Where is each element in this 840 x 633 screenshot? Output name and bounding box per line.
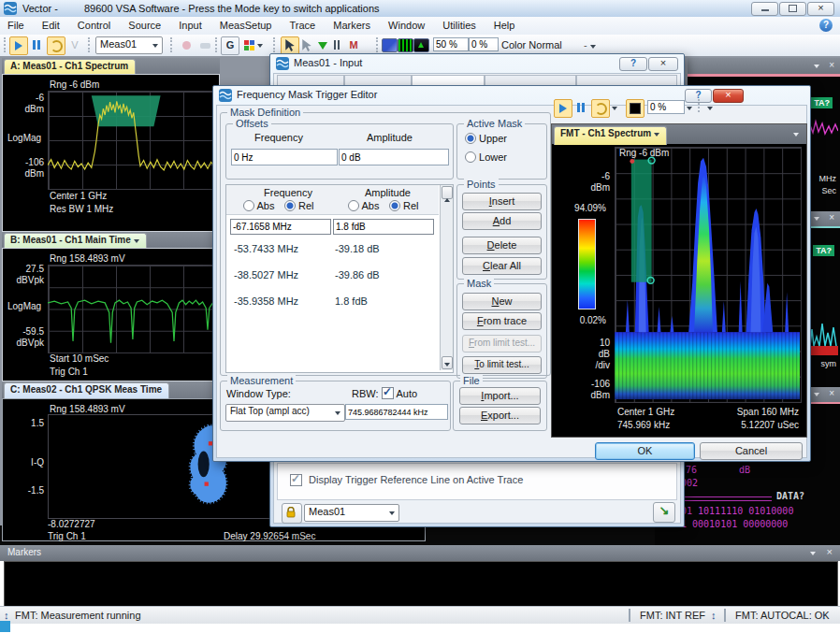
updown-arrows-icon[interactable]: ↕ [711, 610, 717, 621]
lock-button[interactable] [282, 503, 302, 524]
minimize-button[interactable] [751, 2, 778, 16]
chevron-down-icon[interactable] [707, 107, 713, 110]
menu-edit[interactable]: Edit [35, 17, 67, 31]
chevron-down-icon[interactable] [793, 133, 799, 137]
fmt-progress-field[interactable] [647, 100, 685, 114]
apply-arrow-button[interactable]: ↘ [653, 502, 675, 523]
cancel-button[interactable]: Cancel [700, 442, 803, 460]
transparency-field[interactable] [433, 37, 469, 51]
menu-help[interactable]: Help [486, 17, 523, 31]
amp-abs-radio[interactable]: Abs [348, 200, 379, 211]
playback-button[interactable] [196, 36, 215, 55]
table-scrollbar[interactable] [440, 185, 453, 370]
export-button[interactable]: Export... [459, 407, 541, 424]
window-type-select[interactable]: Flat Top (ampl acc) [225, 404, 345, 422]
menu-utilities[interactable]: Utilities [435, 17, 483, 31]
menu-control[interactable]: Control [70, 17, 118, 31]
display-style-icon-1[interactable] [382, 38, 398, 52]
chevron-down-icon[interactable] [814, 217, 819, 221]
measurement-select[interactable]: Meas01 [95, 36, 163, 54]
restore-button[interactable] [779, 2, 806, 16]
grid-layout-button[interactable]: G [221, 36, 239, 55]
help-icon[interactable]: ? [819, 19, 833, 32]
display-style-icon-2[interactable] [398, 38, 413, 52]
new-mask-button[interactable]: New [462, 293, 542, 310]
freq-rel-radio[interactable]: Rel [284, 200, 314, 211]
trace-colors-button[interactable] [241, 36, 266, 55]
y-axis-unit: dBVpk [10, 338, 44, 348]
status-autocal[interactable]: FMT: AUTOCAL: OK [735, 610, 830, 621]
menu-markers[interactable]: Markers [326, 17, 378, 31]
upper-radio[interactable]: Upper [465, 133, 507, 144]
updown-arrows-icon[interactable]: ↕ [4, 610, 9, 621]
scroll-up-button[interactable] [442, 186, 453, 199]
to-limit-test-button[interactable]: To limit test... [462, 356, 542, 374]
fmt-play-button[interactable] [554, 99, 572, 118]
menu-trace[interactable]: Trace [282, 17, 324, 31]
menu-window[interactable]: Window [381, 17, 432, 31]
meas-select-value: Meas01 [309, 506, 345, 517]
offset-frequency-field[interactable] [231, 149, 338, 165]
delete-button[interactable]: Delete [462, 237, 542, 254]
tab-meas01-spectrum[interactable]: A: Meas01 - Ch1 Spectrum [4, 59, 136, 75]
tab-meas02-qpsk[interactable]: C: Meas02 - Ch1 QPSK Meas Time [4, 382, 169, 399]
close-button[interactable]: × [713, 89, 744, 103]
marker-pointer-button[interactable] [281, 36, 299, 55]
updown-arrows-icon[interactable]: ↕ [821, 610, 827, 621]
close-icon[interactable]: × [829, 388, 834, 398]
marker-table-button[interactable]: M [344, 36, 363, 55]
fmt-restart-button[interactable] [591, 99, 610, 118]
edit-frequency-cell[interactable] [230, 219, 331, 235]
close-button[interactable]: × [648, 57, 678, 71]
menu-file[interactable]: File [0, 17, 32, 31]
insert-button[interactable]: Insert [462, 193, 542, 210]
chevron-down-icon[interactable] [814, 65, 819, 68]
clear-all-button[interactable]: Clear All [462, 257, 542, 275]
rbw-auto-checkbox[interactable]: Auto [382, 387, 417, 399]
from-limit-test-button[interactable]: From limit test... [462, 335, 542, 352]
scroll-down-button[interactable] [442, 356, 453, 369]
amp-rel-radio[interactable]: Rel [389, 200, 419, 211]
menu-source[interactable]: Source [121, 17, 168, 31]
intensity-field[interactable] [469, 37, 499, 51]
single-icon[interactable]: V [65, 36, 84, 55]
offset-amplitude-field[interactable] [339, 149, 449, 165]
measurement-group: Measurement Window Type: RBW: Auto Flat … [220, 381, 451, 431]
restart-button[interactable] [47, 36, 65, 55]
freq-abs-radio[interactable]: Abs [243, 200, 274, 211]
band-markers-button[interactable] [331, 36, 344, 55]
display-style-icon-3[interactable] [413, 38, 429, 52]
tab-meas01-maintime[interactable]: B: Meas01 - Ch1 Main Time [4, 233, 147, 249]
fmt-single-button[interactable] [626, 99, 644, 118]
chevron-down-icon[interactable] [810, 552, 816, 555]
chevron-down-icon[interactable] [814, 393, 819, 396]
add-button[interactable]: Add [462, 212, 542, 230]
close-button[interactable]: × [807, 2, 834, 16]
pause-button[interactable] [28, 36, 47, 55]
edit-amplitude-cell[interactable] [333, 219, 434, 235]
close-icon[interactable]: × [829, 60, 834, 70]
lower-radio[interactable]: Lower [465, 151, 507, 163]
record-button[interactable] [178, 36, 196, 55]
close-icon[interactable]: × [829, 212, 834, 223]
ok-button[interactable]: OK [595, 442, 695, 460]
rbw-value-field[interactable] [345, 404, 448, 420]
play-button[interactable] [9, 36, 28, 55]
chevron-down-icon[interactable] [687, 107, 692, 110]
fmt-pause-button[interactable] [572, 99, 591, 118]
color-mode-label[interactable]: Color Normal [501, 39, 562, 50]
help-button[interactable]: ? [619, 57, 647, 71]
menu-input[interactable]: Input [171, 17, 209, 31]
status-reference[interactable]: FMT: INT REF [640, 610, 705, 621]
marker-move-button[interactable] [297, 36, 316, 55]
menu-meassetup[interactable]: MeasSetup [212, 17, 280, 31]
tab-fmt-spectrum[interactable]: FMT - Ch1 Spectrum [554, 126, 667, 145]
display-trigger-checkbox[interactable] [290, 474, 302, 486]
marker-to-peak-button[interactable] [314, 36, 333, 55]
import-button[interactable]: Import... [459, 387, 541, 405]
close-icon[interactable]: × [827, 546, 833, 557]
from-trace-button[interactable]: From trace [462, 312, 542, 330]
meas-select[interactable]: Meas01 [304, 504, 399, 522]
chevron-down-icon[interactable] [612, 107, 617, 110]
more-dropdown[interactable]: - [584, 39, 596, 50]
